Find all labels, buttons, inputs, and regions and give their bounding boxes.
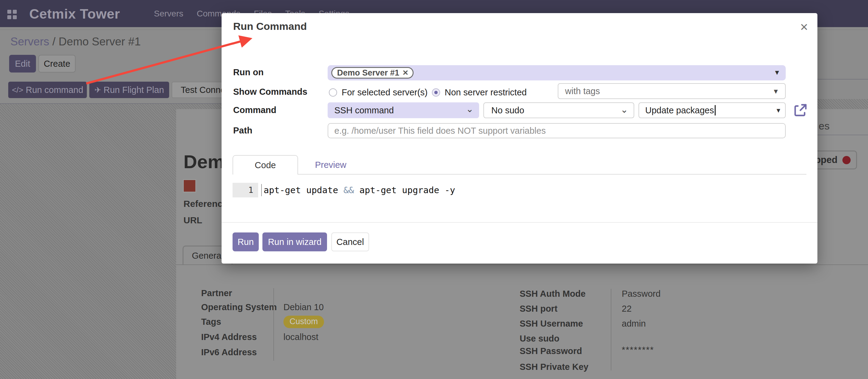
field-separator-left xyxy=(273,288,274,361)
status-dot-icon xyxy=(842,156,850,164)
field-group-left: Partner Operating System Debian 10 Tags … xyxy=(201,286,475,366)
close-icon[interactable]: ✕ xyxy=(800,21,809,33)
chevron-down-icon: ⌄ xyxy=(466,103,474,114)
field-value: Password xyxy=(622,289,660,299)
code-tag-icon: </> xyxy=(12,85,24,95)
run-command-modal: Run Command ✕ Run on Demo Server #1 ✕ ▾ … xyxy=(222,13,817,263)
modal-footer-divider xyxy=(222,222,817,223)
field-label: SSH Private Key xyxy=(520,362,589,372)
run-button[interactable]: Run xyxy=(232,232,259,251)
run-in-wizard-button[interactable]: Run in wizard xyxy=(262,232,327,251)
breadcrumb-current: Demo Server #1 xyxy=(59,35,141,48)
control-panel-bottom-border-right xyxy=(817,79,868,80)
field-value-link[interactable]: Debian 10 xyxy=(283,302,324,312)
code-line-number: 1 xyxy=(232,183,258,197)
caret-down-icon[interactable]: ▾ xyxy=(775,68,779,77)
code-cursor xyxy=(261,184,262,196)
text-cursor xyxy=(715,105,716,116)
tag-badge: Custom xyxy=(283,316,324,328)
notebook-divider xyxy=(176,264,868,265)
cancel-button[interactable]: Cancel xyxy=(331,232,369,251)
path-label: Path xyxy=(233,126,252,135)
command-type-select[interactable]: SSH command ⌄ xyxy=(328,102,479,118)
modal-title: Run Command xyxy=(233,21,307,32)
color-swatch[interactable] xyxy=(183,179,196,193)
tab-preview[interactable]: Preview xyxy=(308,155,353,175)
breadcrumb-servers-link[interactable]: Servers xyxy=(10,35,49,48)
chevron-down-icon: ⌄ xyxy=(621,104,628,115)
hatched-band-right xyxy=(817,99,868,110)
field-value: localhost xyxy=(283,332,318,342)
chip-remove-icon[interactable]: ✕ xyxy=(402,68,408,77)
divider-right xyxy=(817,135,868,135)
nav-item-servers[interactable]: Servers xyxy=(154,9,183,19)
field-label: SSH Password xyxy=(520,346,582,356)
path-input[interactable] xyxy=(328,123,786,138)
sudo-select[interactable]: No sudo ⌄ xyxy=(484,102,634,118)
radio-non-server-restricted[interactable] xyxy=(432,88,440,97)
plane-icon: ✈ xyxy=(94,85,101,95)
field-label: Partner xyxy=(201,288,232,298)
field-label: Tags xyxy=(201,317,221,326)
field-label: SSH port xyxy=(520,304,557,314)
screen: Cetmix Tower Servers Commands Files Tool… xyxy=(0,0,868,379)
url-label: URL xyxy=(184,215,203,225)
breadcrumb-separator: / xyxy=(49,35,59,48)
tags-filter-select[interactable]: with tags ▾ xyxy=(558,83,786,99)
radio-label-non-server-restricted[interactable]: Non server restricted xyxy=(445,88,527,97)
show-commands-label: Show Commands xyxy=(233,87,307,97)
run-on-label: Run on xyxy=(233,67,264,77)
field-label: Use sudo xyxy=(520,334,560,343)
reference-label: Reference xyxy=(184,199,228,209)
server-chip-label: Demo Server #1 xyxy=(337,68,399,78)
external-link-icon[interactable] xyxy=(793,103,808,118)
tab-baseline xyxy=(232,174,806,175)
field-group-right: SSH Auth Mode Password SSH port 22 SSH U… xyxy=(520,286,794,378)
field-value: ******** xyxy=(622,345,654,355)
run-flight-plan-button[interactable]: ✈ Run Flight Plan xyxy=(89,82,169,98)
run-on-field[interactable]: Demo Server #1 ✕ ▾ xyxy=(328,65,786,81)
field-label: Operating System xyxy=(201,302,277,312)
radio-for-selected-servers[interactable] xyxy=(329,88,337,97)
field-value: admin xyxy=(622,319,646,329)
sheet-left-margin xyxy=(0,110,176,379)
apps-grid-icon[interactable] xyxy=(7,10,17,20)
breadcrumb: Servers / Demo Server #1 xyxy=(10,35,141,48)
field-label: IPv4 Address xyxy=(201,332,257,342)
radio-label-for-selected-servers[interactable]: For selected server(s) xyxy=(342,88,428,97)
clipped-text-fragment: es xyxy=(818,120,830,132)
create-button[interactable]: Create xyxy=(38,55,75,72)
field-label: SSH Auth Mode xyxy=(520,289,586,298)
command-combobox[interactable]: Update packages ▾ xyxy=(639,102,786,118)
edit-button[interactable]: Edit xyxy=(9,55,36,72)
run-command-button[interactable]: </> Run command xyxy=(8,82,87,98)
field-label: IPv6 Address xyxy=(201,347,257,357)
field-label: SSH Username xyxy=(520,319,583,328)
caret-down-icon: ▾ xyxy=(777,106,780,115)
tab-code[interactable]: Code xyxy=(232,155,298,175)
field-value: 22 xyxy=(622,304,631,314)
server-chip[interactable]: Demo Server #1 ✕ xyxy=(331,67,413,78)
app-brand[interactable]: Cetmix Tower xyxy=(29,6,120,22)
caret-down-icon: ▾ xyxy=(774,87,778,96)
code-editor-line[interactable]: apt-get update && apt-get upgrade -y xyxy=(264,183,455,197)
command-label: Command xyxy=(233,105,276,115)
field-separator-right xyxy=(611,289,611,371)
